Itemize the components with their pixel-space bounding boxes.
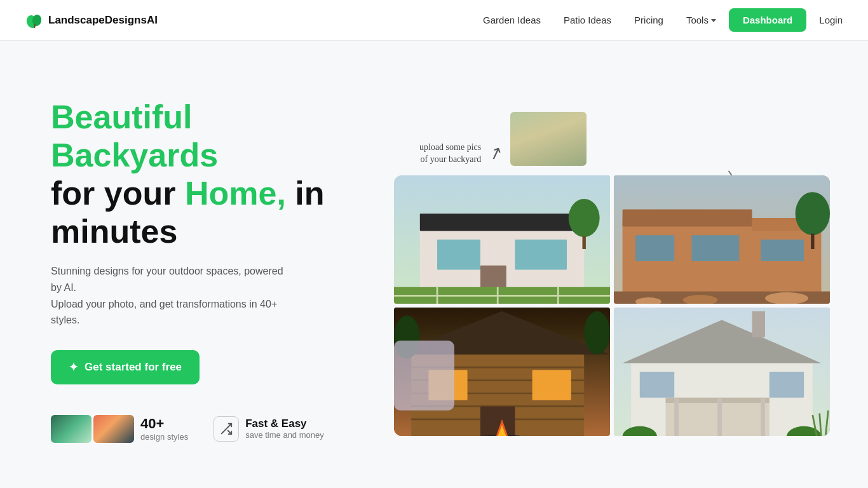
badge-thumb-2	[93, 415, 134, 443]
svg-rect-42	[532, 370, 571, 400]
logo-link[interactable]: LandscapeDesignsAI	[25, 11, 158, 29]
svg-rect-54	[674, 398, 679, 436]
svg-rect-7	[420, 214, 584, 231]
chevron-down-icon	[711, 19, 716, 22]
login-link[interactable]: Login	[819, 15, 843, 25]
svg-rect-56	[761, 398, 765, 436]
nav-pricing[interactable]: Pricing	[634, 15, 663, 25]
badge-thumbnails	[51, 415, 134, 443]
hero-title: Beautiful Backyards for your Home, in mi…	[51, 98, 356, 250]
wand-icon: ✦	[69, 360, 78, 374]
image-grid	[394, 175, 830, 436]
svg-point-31	[796, 192, 830, 235]
badge-count: 40+	[140, 416, 188, 432]
svg-rect-2	[34, 24, 36, 28]
badge-count-label: design styles	[140, 432, 188, 442]
svg-point-47	[584, 311, 610, 355]
upload-thumb	[510, 112, 587, 166]
svg-rect-57	[640, 372, 674, 398]
logo-text: LandscapeDesignsAI	[48, 14, 158, 27]
svg-rect-21	[623, 209, 752, 226]
shuffle-icon	[214, 416, 239, 442]
upload-hint-text: upload some picsof your backyard	[419, 141, 481, 166]
dashboard-button[interactable]: Dashboard	[729, 8, 806, 32]
hero-right: upload some picsof your backyard ↗	[394, 105, 830, 436]
fast-easy-badge: Fast & Easy save time and money	[214, 416, 324, 442]
svg-point-17	[569, 199, 600, 237]
svg-rect-23	[635, 235, 674, 261]
upload-hint: upload some picsof your backyard ↗	[419, 112, 587, 166]
svg-rect-53	[666, 398, 770, 403]
grid-image-1	[394, 175, 610, 304]
navbar: LandscapeDesignsAI Garden Ideas Patio Id…	[0, 0, 868, 41]
svg-rect-51	[752, 311, 765, 337]
cta-button[interactable]: ✦ Get started for free	[51, 350, 200, 384]
svg-rect-9	[515, 240, 567, 270]
badge-thumb-1	[51, 415, 92, 443]
nav-tools[interactable]: Tools	[686, 15, 716, 25]
grid-image-4	[614, 308, 830, 436]
hero-section: Beautiful Backyards for your Home, in mi…	[0, 41, 868, 488]
svg-rect-25	[761, 240, 804, 261]
grid-image-2	[614, 175, 830, 304]
overlay-card	[394, 341, 454, 410]
design-styles-badge: 40+ design styles	[51, 415, 188, 443]
svg-rect-43	[480, 406, 515, 436]
nav-patio-ideas[interactable]: Patio Ideas	[564, 15, 611, 25]
hero-left: Beautiful Backyards for your Home, in mi…	[51, 98, 356, 443]
svg-rect-52	[666, 398, 770, 436]
svg-rect-58	[770, 372, 804, 398]
fast-easy-title: Fast & Easy	[245, 417, 324, 430]
svg-rect-18	[582, 236, 585, 249]
svg-rect-55	[717, 398, 722, 436]
logo-icon	[25, 11, 43, 29]
svg-rect-8	[437, 240, 480, 270]
arrow-right-icon: ↗	[486, 142, 506, 165]
nav-links: Garden Ideas Patio Ideas Pricing Tools	[483, 15, 716, 26]
svg-rect-24	[691, 235, 739, 261]
svg-rect-32	[811, 233, 814, 248]
hero-badges: 40+ design styles Fast & Easy save time …	[51, 415, 356, 443]
fast-easy-subtitle: save time and money	[245, 430, 324, 440]
hero-subtitle: Stunning designs for your outdoor spaces…	[51, 263, 292, 328]
nav-garden-ideas[interactable]: Garden Ideas	[483, 15, 541, 25]
